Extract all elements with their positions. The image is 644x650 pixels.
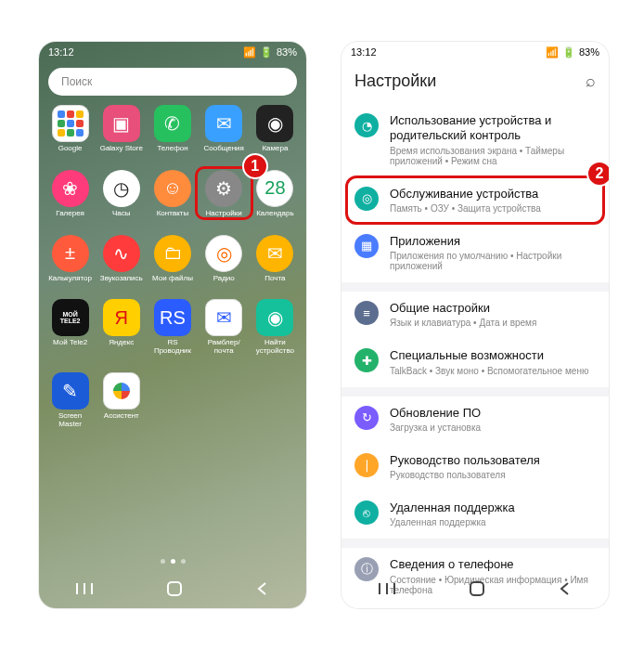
app-screen-master[interactable]: ✎ Screen Master: [45, 372, 96, 429]
nav-back[interactable]: [558, 581, 573, 600]
settings-title: Настройки: [354, 72, 436, 91]
app-label: Рамблер/ почта: [200, 339, 248, 356]
settings-item-title: Использование устройства и родительский …: [390, 113, 596, 144]
settings-item[interactable]: ✚ Специальные возможности TalkBack • Зву…: [341, 339, 609, 386]
step-badge-2: 2: [586, 161, 609, 187]
app-rs-проводник[interactable]: RS RS Проводник: [147, 299, 198, 356]
app-icon: ∿: [103, 235, 140, 272]
status-time: 13:12: [351, 46, 377, 58]
app-label: Настройки: [206, 210, 242, 218]
nav-recent[interactable]: [75, 581, 94, 600]
app-label: Galaxy Store: [100, 145, 143, 153]
nav-home[interactable]: [166, 580, 183, 601]
app-найти-устройство[interactable]: ◉ Найти устройство: [250, 299, 301, 356]
app-icon: ◉: [256, 105, 293, 142]
app-label: Галерея: [56, 210, 84, 218]
settings-item[interactable]: ⎋ Удаленная поддержка Удаленная поддержк…: [341, 491, 609, 539]
app-icon: ✉: [205, 299, 242, 336]
app-icon: Я: [103, 299, 140, 336]
app-label: Камера: [262, 145, 288, 153]
svg-rect-0: [168, 582, 181, 595]
status-bar: 13:12 📶 🔋 83%: [341, 42, 609, 62]
app-ассистент[interactable]: Ассистент: [96, 372, 147, 429]
settings-item-sub: Загрузка и установка: [390, 422, 596, 433]
settings-item[interactable]: ≡ Общие настройки Язык и клавиатура • Да…: [341, 292, 609, 339]
svg-rect-1: [470, 582, 483, 595]
app-label: Screen Master: [46, 412, 95, 429]
nav-recent[interactable]: [378, 581, 396, 600]
settings-item-icon: ≡: [354, 301, 379, 325]
app-настройки[interactable]: ⚙ Настройки: [199, 170, 250, 218]
app-icon: ◷: [103, 170, 140, 207]
app-icon: ✉: [256, 235, 293, 272]
app-label: Календарь: [256, 210, 293, 218]
settings-item[interactable]: ❘ Руководство пользователя Руководство п…: [341, 444, 609, 491]
app-label: Сообщения: [203, 145, 243, 153]
page-indicator: [39, 559, 306, 564]
settings-item-sub: Память • ОЗУ • Защита устройства: [390, 203, 596, 214]
settings-item-sub: Приложения по умолчанию • Настройки прил…: [390, 251, 596, 271]
settings-item-title: Обновление ПО: [390, 406, 596, 421]
app-label: Часы: [112, 210, 131, 218]
app-мои-файлы[interactable]: 🗀 Мои файлы: [147, 235, 198, 283]
app-icon: ☺: [154, 170, 191, 207]
app-яндекс[interactable]: Я Яндекс: [96, 299, 147, 356]
nav-home[interactable]: [469, 580, 485, 601]
app-контакты[interactable]: ☺ Контакты: [147, 170, 198, 218]
app-icon: ⚙: [205, 170, 242, 207]
app-калькулятор[interactable]: ± Калькулятор: [45, 235, 96, 283]
settings-item-icon: ▦: [354, 234, 379, 258]
app-label: Мой Tele2: [53, 339, 87, 347]
app-label: Контакты: [157, 210, 189, 218]
settings-item[interactable]: ◔ Использование устройства и родительски…: [341, 104, 609, 177]
app-label: Яндекс: [109, 339, 134, 347]
app-icon: ✉: [205, 105, 242, 142]
settings-list: ◔ Использование устройства и родительски…: [341, 104, 609, 608]
app-label: RS Проводник: [148, 339, 197, 356]
app-звукозапись[interactable]: ∿ Звукозапись: [96, 235, 147, 283]
nav-bar: [341, 573, 609, 608]
app-icon: [103, 372, 140, 410]
app-galaxy-store[interactable]: ▣ Galaxy Store: [96, 105, 147, 153]
app-icon: ✎: [52, 372, 89, 410]
settings-item-sub: Язык и клавиатура • Дата и время: [390, 318, 596, 328]
app-icon: ◉: [256, 299, 293, 336]
app-часы[interactable]: ◷ Часы: [96, 170, 147, 218]
settings-item[interactable]: ▦ Приложения Приложения по умолчанию • Н…: [341, 225, 609, 282]
app-label: Телефон: [157, 145, 187, 153]
app-телефон[interactable]: ✆ Телефон: [147, 105, 198, 153]
signal-icon: 📶: [546, 46, 559, 58]
search-placeholder: Поиск: [61, 75, 92, 88]
app-рамблер-почта[interactable]: ✉ Рамблер/ почта: [199, 299, 250, 356]
app-google[interactable]: Google: [45, 105, 96, 153]
settings-item[interactable]: ↻ Обновление ПО Загрузка и установка: [341, 396, 609, 444]
app-icon: ▣: [103, 105, 140, 142]
status-time: 13:12: [48, 46, 74, 58]
app-label: Ассистент: [104, 412, 139, 421]
app-icon: ◎: [205, 235, 242, 272]
search-input[interactable]: Поиск: [48, 68, 297, 96]
app-label: Мои файлы: [152, 275, 193, 283]
phone-settings: 13:12 📶 🔋 83% Настройки ⌕ ◔ Использовани…: [341, 42, 609, 608]
status-right: 📶 🔋 83%: [243, 46, 297, 58]
step-badge-1: 1: [242, 153, 268, 179]
signal-icon: 📶: [243, 46, 256, 58]
app-сообщения[interactable]: ✉ Сообщения: [199, 105, 250, 153]
app-icon: [52, 105, 89, 142]
settings-item-sub: TalkBack • Звук моно • Вспомогательное м…: [390, 366, 596, 376]
app-радио[interactable]: ◎ Радио: [199, 235, 250, 283]
battery-icon: 🔋: [260, 46, 273, 58]
app-камера[interactable]: ◉ Камера: [250, 105, 301, 153]
battery-pct: 83%: [277, 46, 297, 58]
app-grid: Google▣ Galaxy Store✆ Телефон✉ Сообщения…: [39, 105, 306, 429]
settings-item-sub: Руководство пользователя: [390, 470, 596, 480]
app-label: Калькулятор: [48, 275, 92, 283]
app-галерея[interactable]: ❀ Галерея: [45, 170, 96, 218]
app-почта[interactable]: ✉ Почта: [250, 235, 301, 283]
settings-item[interactable]: ◎ Обслуживание устройства Память • ОЗУ •…: [341, 177, 609, 225]
nav-back[interactable]: [255, 581, 270, 600]
settings-item-title: Обслуживание устройства: [390, 187, 596, 202]
search-icon[interactable]: ⌕: [586, 72, 596, 91]
app-мой-tele2[interactable]: МОЙTELE2 Мой Tele2: [45, 299, 96, 356]
app-label: Радио: [213, 275, 235, 283]
